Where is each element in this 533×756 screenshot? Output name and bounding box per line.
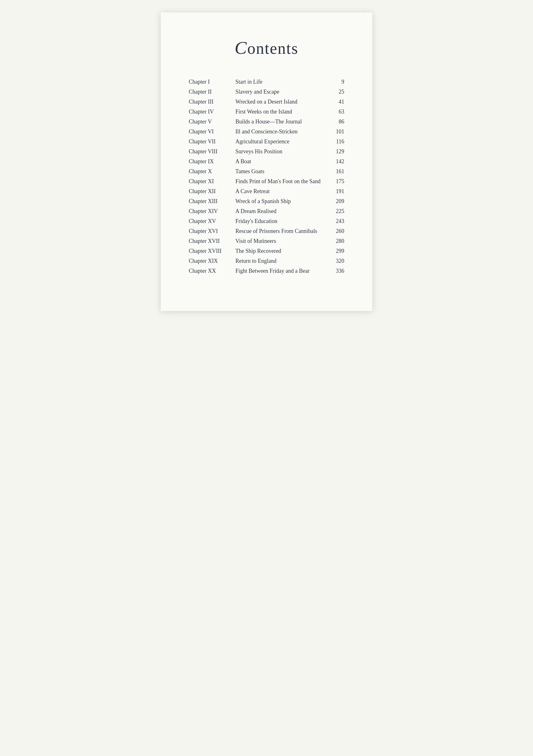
chapter-label: Chapter XI: [189, 176, 235, 186]
page-number: 243: [329, 216, 344, 226]
chapter-title: Start in Life: [235, 77, 329, 87]
chapter-title: A Boat: [235, 156, 329, 166]
chapter-title: Builds a House—The Journal: [235, 117, 329, 126]
chapter-label: Chapter XVII: [189, 236, 235, 246]
page-number: 41: [329, 97, 344, 107]
chapter-label: Chapter III: [189, 97, 235, 107]
chapter-label: Chapter V: [189, 117, 235, 126]
page-number: 336: [329, 266, 344, 276]
page-number: 25: [329, 87, 344, 97]
chapter-label: Chapter XIV: [189, 206, 235, 216]
table-row[interactable]: Chapter XIVA Dream Realised225: [189, 206, 344, 216]
chapter-label: Chapter VIII: [189, 147, 235, 156]
table-row[interactable]: Chapter IVFirst Weeks on the Island63: [189, 107, 344, 117]
chapter-title: A Dream Realised: [235, 206, 329, 216]
chapter-title: Rescue of Prisoners From Cannibals: [235, 226, 329, 236]
page-number: 116: [329, 137, 344, 147]
chapter-label: Chapter VI: [189, 126, 235, 137]
page-number: 225: [329, 206, 344, 216]
chapter-label: Chapter II: [189, 87, 235, 97]
table-row[interactable]: Chapter XVIIIThe Ship Recovered299: [189, 246, 344, 256]
chapter-label: Chapter XVIII: [189, 246, 235, 256]
chapter-title: Tames Goats: [235, 166, 329, 176]
chapter-title: The Ship Recovered: [235, 246, 329, 256]
chapter-title: Ill and Conscience-Stricken: [235, 126, 329, 137]
chapter-label: Chapter XVI: [189, 226, 235, 236]
page-number: 191: [329, 186, 344, 196]
table-row[interactable]: Chapter IStart in Life9: [189, 77, 344, 87]
title-rest: ontents: [247, 40, 298, 57]
chapter-title: Return to England: [235, 256, 329, 266]
page-number: 86: [329, 117, 344, 126]
table-row[interactable]: Chapter XXFight Between Friday and a Bea…: [189, 266, 344, 276]
table-row[interactable]: Chapter XVIIVisit of Mutineers280: [189, 236, 344, 246]
table-row[interactable]: Chapter VIIISurveys His Position129: [189, 147, 344, 156]
table-row[interactable]: Chapter XIIA Cave Retreat191: [189, 186, 344, 196]
table-row[interactable]: Chapter XVFriday's Education243: [189, 216, 344, 226]
chapter-title: Finds Print of Man's Foot on the Sand: [235, 176, 329, 186]
page-number: 260: [329, 226, 344, 236]
chapter-title: Agricultural Experience: [235, 137, 329, 147]
chapter-label: Chapter X: [189, 166, 235, 176]
table-row[interactable]: Chapter XIXReturn to England320: [189, 256, 344, 266]
chapter-title: Slavery and Escape: [235, 87, 329, 97]
table-row[interactable]: Chapter IXA Boat142: [189, 156, 344, 166]
chapter-label: Chapter XV: [189, 216, 235, 226]
page-number: 280: [329, 236, 344, 246]
chapter-title: Surveys His Position: [235, 147, 329, 156]
chapter-label: Chapter IV: [189, 107, 235, 117]
chapter-label: Chapter XIII: [189, 196, 235, 206]
chapter-label: Chapter XII: [189, 186, 235, 196]
table-row[interactable]: Chapter VIIll and Conscience-Stricken101: [189, 126, 344, 137]
chapter-label: Chapter I: [189, 77, 235, 87]
chapter-label: Chapter IX: [189, 156, 235, 166]
table-row[interactable]: Chapter XVIRescue of Prisoners From Cann…: [189, 226, 344, 236]
page-number: 320: [329, 256, 344, 266]
table-row[interactable]: Chapter VBuilds a House—The Journal86: [189, 117, 344, 126]
page-number: 209: [329, 196, 344, 206]
table-row[interactable]: Chapter XIIIWreck of a Spanish Ship209: [189, 196, 344, 206]
chapter-label: Chapter VII: [189, 137, 235, 147]
page-number: 175: [329, 176, 344, 186]
chapter-title: Fight Between Friday and a Bear: [235, 266, 329, 276]
page-number: 299: [329, 246, 344, 256]
page-number: 161: [329, 166, 344, 176]
page-title: Contents: [189, 37, 344, 58]
chapter-title: First Weeks on the Island: [235, 107, 329, 117]
page-number: 129: [329, 147, 344, 156]
chapter-title: Visit of Mutineers: [235, 236, 329, 246]
chapter-title: Friday's Education: [235, 216, 329, 226]
page-number: 142: [329, 156, 344, 166]
chapter-title: Wrecked on a Desert Island: [235, 97, 329, 107]
table-row[interactable]: Chapter XIFinds Print of Man's Foot on t…: [189, 176, 344, 186]
table-row[interactable]: Chapter XTames Goats161: [189, 166, 344, 176]
page-number: 101: [329, 126, 344, 137]
table-row[interactable]: Chapter IISlavery and Escape25: [189, 87, 344, 97]
table-row[interactable]: Chapter IIIWrecked on a Desert Island41: [189, 97, 344, 107]
chapter-title: Wreck of a Spanish Ship: [235, 196, 329, 206]
book-page: Contents Chapter IStart in Life9Chapter …: [161, 13, 372, 311]
chapter-label: Chapter XIX: [189, 256, 235, 266]
page-number: 9: [329, 77, 344, 87]
chapter-title: A Cave Retreat: [235, 186, 329, 196]
table-row[interactable]: Chapter VIIAgricultural Experience116: [189, 137, 344, 147]
page-number: 63: [329, 107, 344, 117]
chapter-label: Chapter XX: [189, 266, 235, 276]
toc-table: Chapter IStart in Life9Chapter IISlavery…: [189, 77, 344, 276]
title-fancy-c: C: [235, 38, 248, 58]
